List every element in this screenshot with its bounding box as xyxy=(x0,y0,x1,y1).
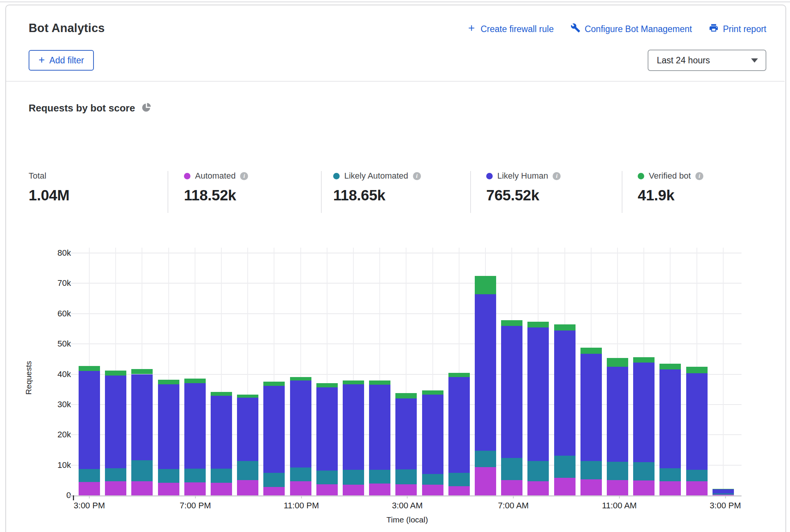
bar-segment-automated[interactable] xyxy=(475,467,496,495)
bar-segment-verified-bot[interactable] xyxy=(211,392,232,396)
bar-segment-likely-automated[interactable] xyxy=(686,470,708,481)
bar-segment-likely-automated[interactable] xyxy=(527,461,549,481)
bar-segment-likely-automated[interactable] xyxy=(369,470,390,484)
bar-segment-likely-human[interactable] xyxy=(158,384,179,469)
bar-segment-likely-automated[interactable] xyxy=(316,471,338,484)
bar-segment-automated[interactable] xyxy=(369,484,390,495)
bar-segment-verified-bot[interactable] xyxy=(263,382,285,386)
bar-segment-automated[interactable] xyxy=(580,479,602,495)
create-firewall-rule-link[interactable]: Create firewall rule xyxy=(467,23,554,35)
bar-segment-likely-automated[interactable] xyxy=(184,469,206,482)
bar-segment-likely-automated[interactable] xyxy=(131,460,153,481)
bar-segment-likely-human[interactable] xyxy=(263,386,285,473)
bar-segment-likely-automated[interactable] xyxy=(422,474,443,485)
bar-segment-verified-bot[interactable] xyxy=(237,395,258,398)
bar-segment-likely-human[interactable] xyxy=(369,385,390,470)
bar-segment-likely-human[interactable] xyxy=(580,354,602,461)
bar-segment-verified-bot[interactable] xyxy=(475,276,496,294)
bar-segment-likely-automated[interactable] xyxy=(713,493,734,494)
bar-segment-automated[interactable] xyxy=(633,480,655,495)
info-icon[interactable]: i xyxy=(413,172,421,180)
bar-segment-likely-human[interactable] xyxy=(475,294,496,451)
bar-segment-verified-bot[interactable] xyxy=(659,364,681,369)
bar-segment-likely-human[interactable] xyxy=(686,373,708,470)
configure-bot-management-link[interactable]: Configure Bot Management xyxy=(571,23,692,35)
bar-segment-automated[interactable] xyxy=(343,485,364,495)
bar-segment-likely-automated[interactable] xyxy=(79,469,100,482)
info-icon[interactable]: i xyxy=(240,172,248,180)
bar-segment-verified-bot[interactable] xyxy=(105,371,126,376)
bar-segment-automated[interactable] xyxy=(211,483,232,495)
bar-segment-likely-automated[interactable] xyxy=(448,473,470,486)
info-icon[interactable]: i xyxy=(695,172,703,180)
time-range-dropdown[interactable]: Last 24 hours xyxy=(648,50,766,71)
bar-segment-likely-human[interactable] xyxy=(527,327,549,461)
bar-segment-verified-bot[interactable] xyxy=(633,357,655,363)
bar-segment-automated[interactable] xyxy=(290,481,311,495)
bar-segment-verified-bot[interactable] xyxy=(79,366,100,371)
bar-segment-automated[interactable] xyxy=(395,484,417,495)
add-filter-button[interactable]: + Add filter xyxy=(29,50,94,71)
bar-segment-automated[interactable] xyxy=(713,495,734,495)
bar-segment-verified-bot[interactable] xyxy=(290,377,311,381)
bar-segment-automated[interactable] xyxy=(448,486,470,495)
bar-segment-verified-bot[interactable] xyxy=(131,369,153,374)
bar-segment-automated[interactable] xyxy=(316,484,338,495)
bar-segment-likely-human[interactable] xyxy=(607,367,628,461)
bar-segment-likely-human[interactable] xyxy=(422,395,443,474)
bar-segment-likely-human[interactable] xyxy=(554,330,576,456)
bar-segment-automated[interactable] xyxy=(527,481,549,495)
bar-segment-verified-bot[interactable] xyxy=(501,320,522,326)
bar-segment-automated[interactable] xyxy=(237,480,258,495)
bar-segment-verified-bot[interactable] xyxy=(395,393,417,398)
bar-segment-likely-automated[interactable] xyxy=(237,461,258,480)
bar-segment-likely-automated[interactable] xyxy=(395,469,417,484)
bar-segment-likely-human[interactable] xyxy=(713,489,734,493)
bar-segment-likely-automated[interactable] xyxy=(290,468,311,482)
bar-segment-automated[interactable] xyxy=(607,480,628,495)
bar-segment-likely-human[interactable] xyxy=(448,377,470,473)
bar-segment-likely-automated[interactable] xyxy=(501,458,522,480)
bar-segment-likely-human[interactable] xyxy=(131,374,153,460)
bar-segment-likely-human[interactable] xyxy=(290,380,311,468)
bar-segment-automated[interactable] xyxy=(263,487,285,495)
bar-segment-likely-human[interactable] xyxy=(184,383,206,469)
bar-segment-likely-automated[interactable] xyxy=(263,473,285,487)
bar-segment-verified-bot[interactable] xyxy=(422,390,443,395)
bar-segment-likely-human[interactable] xyxy=(316,387,338,471)
bar-segment-likely-automated[interactable] xyxy=(607,462,628,480)
bar-segment-likely-human[interactable] xyxy=(237,398,258,461)
bar-segment-likely-human[interactable] xyxy=(659,369,681,469)
bar-segment-automated[interactable] xyxy=(79,482,100,495)
bar-segment-verified-bot[interactable] xyxy=(184,379,206,384)
bar-segment-verified-bot[interactable] xyxy=(686,367,708,373)
bar-segment-automated[interactable] xyxy=(686,481,708,495)
bar-segment-likely-human[interactable] xyxy=(211,396,232,469)
info-icon[interactable]: i xyxy=(553,172,561,180)
bar-segment-likely-human[interactable] xyxy=(395,398,417,469)
bar-segment-verified-bot[interactable] xyxy=(448,373,470,377)
bar-segment-automated[interactable] xyxy=(422,485,443,495)
bar-segment-likely-automated[interactable] xyxy=(580,461,602,479)
bar-segment-verified-bot[interactable] xyxy=(369,380,390,385)
bar-segment-likely-automated[interactable] xyxy=(554,456,576,478)
bar-segment-verified-bot[interactable] xyxy=(316,383,338,387)
bar-segment-verified-bot[interactable] xyxy=(713,489,734,489)
bar-segment-likely-human[interactable] xyxy=(105,376,126,468)
bar-segment-automated[interactable] xyxy=(184,482,206,495)
bar-segment-likely-automated[interactable] xyxy=(105,468,126,482)
bar-segment-automated[interactable] xyxy=(501,480,522,495)
bar-segment-verified-bot[interactable] xyxy=(607,358,628,367)
bar-segment-automated[interactable] xyxy=(659,481,681,495)
bar-segment-automated[interactable] xyxy=(554,478,576,495)
bar-segment-verified-bot[interactable] xyxy=(580,348,602,353)
bar-segment-likely-human[interactable] xyxy=(79,371,100,469)
bar-segment-likely-automated[interactable] xyxy=(659,468,681,481)
bar-segment-verified-bot[interactable] xyxy=(343,380,364,384)
bar-segment-likely-human[interactable] xyxy=(501,326,522,458)
bar-segment-likely-human[interactable] xyxy=(343,384,364,470)
bar-segment-automated[interactable] xyxy=(158,483,179,495)
bar-segment-automated[interactable] xyxy=(105,481,126,495)
bar-segment-verified-bot[interactable] xyxy=(554,324,576,331)
bar-segment-likely-automated[interactable] xyxy=(158,469,179,483)
